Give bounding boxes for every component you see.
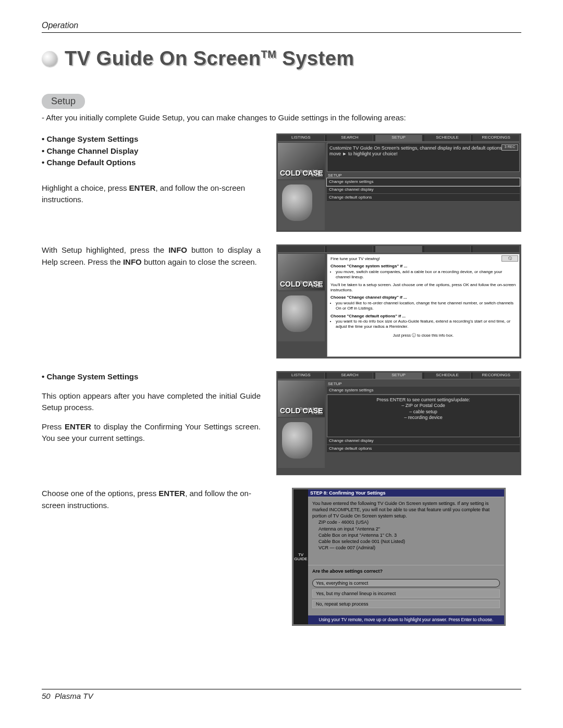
tab [375, 246, 422, 252]
enter-key: ENTER [129, 183, 156, 192]
tab: SETUP [375, 373, 422, 379]
footer-text: 50 Plasma TV [42, 692, 93, 700]
tab: SETUP [375, 135, 422, 141]
tab [278, 246, 325, 252]
filler [327, 453, 520, 474]
show-thumb: COLD CASE Tonight 8/7pm © CBS [278, 143, 325, 179]
actor-thumb [278, 418, 325, 468]
text: © CBS [300, 174, 323, 178]
fig-body: COLD CASE Tonight 8/7pm © CBS Customize … [278, 143, 520, 230]
confirm-answers: Yes, everything is correct Yes, but my c… [308, 577, 504, 615]
setup-intro: - After you initially complete Guide Set… [42, 113, 521, 122]
text: Tonight 8/7pm [300, 169, 323, 174]
page-footer: 50 Plasma TV [42, 689, 521, 701]
title-main: TV Guide On Screen [65, 47, 261, 69]
row-3: • Change System Settings This option app… [42, 371, 521, 475]
text: With Setup highlighted, press the [42, 245, 168, 254]
info-h2: Choose "Change channel display" if ... [331, 295, 516, 300]
confirm-answer: No, repeat setup process [312, 600, 500, 608]
show-sub: Tonight 8/7pm © CBS [300, 280, 323, 290]
figure-css: LISTINGS SEARCH SETUP SCHEDULE RECORDING… [276, 371, 521, 475]
text: button again to close the screen. [142, 257, 257, 266]
option-row: Change channel display [327, 437, 520, 445]
row2-right: COLD CASE Tonight 8/7pm © CBS ⓘ Fine tun… [276, 244, 521, 359]
title-tail: System [276, 47, 354, 69]
bullet-item: Change Default Options [42, 157, 261, 169]
option-row: Change channel display [327, 186, 520, 194]
text: Highlight a choice, press [42, 183, 129, 192]
actor-thumb [278, 180, 325, 230]
enter-key: ENTER [158, 489, 185, 498]
figure-setup-menu: LISTINGS SEARCH SETUP SCHEDULE RECORDING… [276, 133, 521, 232]
actor-image [282, 422, 312, 459]
title-tm: TM [261, 48, 276, 60]
tab [473, 246, 520, 252]
tab: SCHEDULE [424, 373, 471, 379]
show-sub: Tonight 8/7pm © CBS [300, 407, 323, 416]
row3-right: LISTINGS SEARCH SETUP SCHEDULE RECORDING… [276, 371, 521, 475]
page-title-row: TV Guide On ScreenTM System [42, 47, 521, 70]
bullet-item: Change System Settings [42, 133, 261, 145]
row3-left: • Change System Settings This option app… [42, 371, 261, 445]
info-mid: You'll be taken to a setup screen. Just … [331, 282, 516, 293]
tab: RECORDINGS [473, 135, 520, 141]
actor-thumb [278, 291, 325, 341]
text: © CBS [300, 285, 323, 289]
info-footer: Just press ⓘ to close this info box. [331, 333, 516, 338]
tab [424, 246, 471, 252]
setup-crumb: SETUP [327, 380, 520, 387]
css-desc-box: Press ENTER to see current settings/upda… [327, 394, 520, 437]
css-desc-item: – ZIP or Postal Code [331, 403, 516, 409]
fig-right: Customize TV Guide On Screen's settings,… [327, 143, 520, 230]
text: Press [42, 422, 65, 431]
confirm-intro: You have entered the following TV Guide … [312, 500, 500, 519]
info-key: INFO [168, 245, 187, 254]
info-li: you move, switch cable companies, add a … [336, 269, 516, 280]
confirm-answer: Yes, but my channel lineup is incorrect [312, 589, 500, 598]
rec-badge: 3 REC [501, 144, 518, 151]
text: Choose one of the options, press [42, 489, 158, 498]
confirm-line: Antenna on input "Antenna 2" [319, 526, 500, 532]
info-key: INFO [123, 257, 142, 266]
info-li: you want to re-do info box size or Auto-… [336, 319, 516, 330]
info-intro: Fine tune your TV viewing! [331, 256, 516, 262]
row-1: Change System Settings Change Channel Di… [42, 133, 521, 232]
fig-left: COLD CASE Tonight 8/7pm © CBS [278, 254, 325, 357]
confirm-answer: Yes, everything is correct [312, 579, 500, 587]
row1-left: Change System Settings Change Channel Di… [42, 133, 261, 206]
fig-left: COLD CASE Tonight 8/7pm © CBS [278, 143, 325, 230]
show-thumb: COLD CASE Tonight 8/7pm © CBS [278, 254, 325, 290]
change-bullets: Change System Settings Change Channel Di… [42, 133, 261, 169]
fig-left: COLD CASE Tonight 8/7pm © CBS [278, 380, 325, 474]
manual-page: Operation TV Guide On ScreenTM System Se… [0, 0, 563, 728]
confirm-line: VCR — code 007 (Admiral) [319, 545, 500, 551]
css-desc-head: Press ENTER to see current settings/upda… [331, 397, 516, 403]
option-row: Change default options [327, 445, 520, 453]
enter-key: ENTER [65, 422, 91, 431]
para-highlight: Highlight a choice, press ENTER, and fol… [42, 182, 261, 206]
show-thumb: COLD CASE Tonight 8/7pm © CBS [278, 380, 325, 417]
actor-image [282, 184, 312, 221]
css-p2: Press ENTER to display the Confirming Yo… [42, 421, 261, 445]
row-2: With Setup highlighted, press the INFO b… [42, 244, 521, 359]
info-panel: ⓘ Fine tune your TV viewing! Choose "Cha… [327, 254, 520, 357]
tab: SEARCH [327, 135, 374, 141]
figure-confirm-settings: TVGUIDE STEP 8: Confirming Your Settings… [292, 488, 506, 626]
css-desc-item: – cable setup [331, 409, 516, 415]
info-h3: Choose "Change default options" if ... [331, 314, 516, 319]
confirm-line: ZIP code - 46001 (USA) [319, 519, 500, 525]
info-badge: ⓘ [501, 255, 518, 262]
css-desc-item: – recording device [331, 415, 516, 421]
row4-left: Choose one of the options, press ENTER, … [42, 488, 261, 511]
css-p1: This option appears after you have compl… [42, 390, 261, 414]
info-h1: Choose "Change system settings" if ... [331, 264, 516, 269]
show-sub: Tonight 8/7pm © CBS [300, 169, 323, 179]
running-head: Operation [42, 21, 521, 33]
confirm-line: Cable Box selected code 001 (Not Listed) [319, 538, 500, 545]
product-name: Plasma TV [55, 692, 93, 700]
tab: RECORDINGS [473, 373, 520, 379]
fig-tabs: LISTINGS SEARCH SETUP SCHEDULE RECORDING… [278, 373, 520, 379]
confirm-hint: Using your TV remote, move up or down to… [308, 615, 504, 624]
text: Tonight 8/7pm [300, 407, 323, 412]
option-row: Change default options [327, 194, 520, 202]
